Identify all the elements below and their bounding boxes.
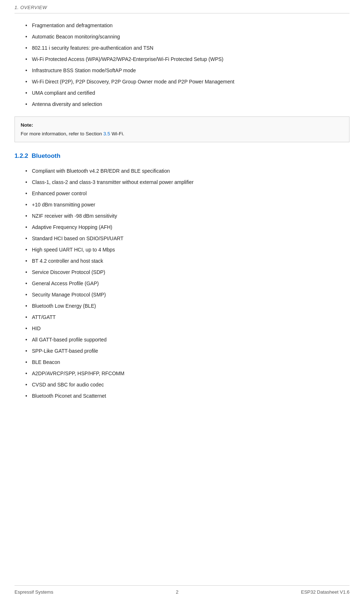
bluetooth-section-heading: 1.2.2 Bluetooth [15,152,349,160]
list-item: Class-1, class-2 and class-3 transmitter… [25,177,349,188]
list-item: High speed UART HCI, up to 4 Mbps [25,244,349,255]
note-title: Note: [21,121,343,129]
header-title: 1. OVERVIEW [15,5,47,10]
list-item: +10 dBm transmitting power [25,199,349,210]
list-item: CVSD and SBC for audio codec [25,379,349,390]
list-item: UMA compliant and certified [25,87,349,99]
list-item: Adaptive Frequency Hopping (AFH) [25,222,349,233]
list-item: HID [25,323,349,334]
list-item: Antenna diversity and selection [25,99,349,110]
list-item: Fragmentation and defragmentation [25,20,349,31]
wifi-bullet-list: Fragmentation and defragmentationAutomat… [25,20,349,110]
list-item: Bluetooth Piconet and Scatternet [25,390,349,402]
page-footer: Espressif Systems 2 ESP32 Datasheet V1.6 [15,585,349,595]
list-item: BT 4.2 controller and host stack [25,255,349,267]
bluetooth-bullet-list: Compliant with Bluetooth v4.2 BR/EDR and… [25,165,349,402]
list-item: BLE Beacon [25,357,349,368]
list-item: Infrastructure BSS Station mode/SoftAP m… [25,65,349,76]
footer-left: Espressif Systems [15,589,53,595]
list-item: Bluetooth Low Energy (BLE) [25,300,349,312]
note-link[interactable]: 3.5 [103,131,110,136]
list-item: General Access Profile (GAP) [25,278,349,289]
list-item: SPP-Like GATT-based profile [25,345,349,357]
list-item: Enhanced power control [25,188,349,199]
note-box: Note: For more information, refer to Sec… [15,116,349,142]
list-item: 802.11 i security features: pre-authenti… [25,42,349,54]
footer-right: ESP32 Datasheet V1.6 [301,589,349,595]
footer-center: 2 [176,589,178,595]
page-header: 1. OVERVIEW [15,0,349,13]
list-item: Compliant with Bluetooth v4.2 BR/EDR and… [25,165,349,177]
list-item: Standard HCI based on SDIO/SPI/UART [25,233,349,244]
list-item: Automatic Beacon monitoring/scanning [25,31,349,42]
section-label: Bluetooth [32,152,60,159]
list-item: A2DP/AVRCP/SPP, HSP/HFP, RFCOMM [25,368,349,379]
list-item: Security Manage Protocol (SMP) [25,289,349,300]
list-item: ATT/GATT [25,312,349,323]
list-item: Service Discover Protocol (SDP) [25,267,349,278]
list-item: Wi-Fi Protected Access (WPA)/WPA2/WPA2-E… [25,54,349,65]
list-item: All GATT-based profile supported [25,334,349,345]
note-text: For more information, refer to Section 3… [21,131,124,136]
list-item: NZIF receiver with -98 dBm sensitivity [25,210,349,222]
section-number: 1.2.2 [15,152,28,159]
list-item: Wi-Fi Direct (P2P), P2P Discovery, P2P G… [25,76,349,87]
